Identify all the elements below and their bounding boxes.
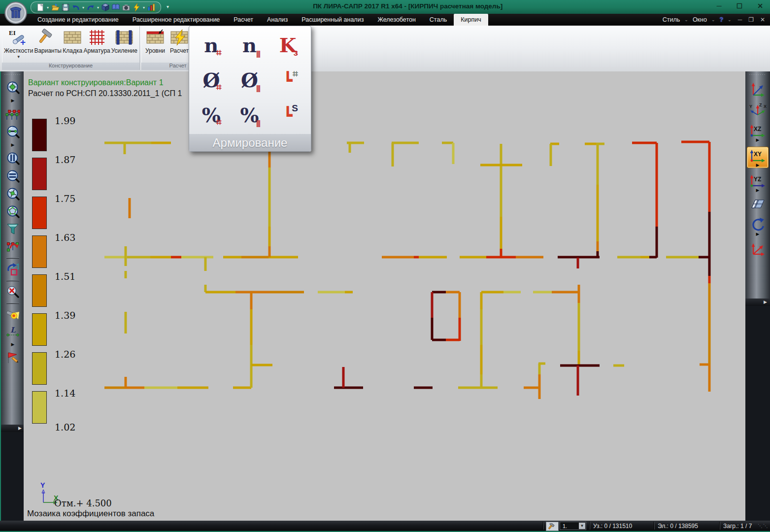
tab-кирпич[interactable]: Кирпич (454, 14, 488, 26)
zoom-cancel-icon[interactable] (6, 285, 20, 299)
flag-edit-icon[interactable] (6, 351, 20, 365)
mdi-close-button[interactable]: ✕ (760, 16, 765, 23)
dropdown-caret-icon[interactable]: ▾ (47, 5, 49, 10)
perspective-view-button[interactable] (747, 197, 768, 212)
resize-grip[interactable]: ⋱⋱ (758, 523, 769, 529)
pack-model-icon[interactable] (101, 3, 110, 12)
model-canvas[interactable]: Вариант конструирования:Вариант 1 Расчет… (24, 71, 745, 521)
rebar-spacing-transverse-button[interactable]: ┗⌗ (268, 63, 307, 98)
chart-3d-icon[interactable] (147, 3, 156, 12)
qat-overflow-icon[interactable]: ▾ (167, 4, 169, 9)
new-document-icon[interactable] (36, 3, 45, 12)
dropdown-caret-icon[interactable]: ▾ (97, 5, 99, 10)
rebar-spacing-s-button[interactable]: ┗S (268, 98, 307, 133)
dropdown-caret-icon[interactable]: ▼ (579, 523, 585, 529)
flyout-arrow-icon[interactable]: ▶ (11, 342, 15, 347)
flashlight-icon[interactable] (6, 308, 20, 321)
rebar-percent-transverse-button[interactable]: %⌗ (192, 98, 231, 133)
view-yz-button[interactable]: YZ▶ (747, 172, 768, 193)
варианты-button[interactable]: Варианты (34, 28, 61, 54)
rotate-view-button[interactable]: ▶ (747, 216, 768, 236)
flyout-arrow-icon[interactable]: ▶ (756, 163, 760, 167)
арматура-button[interactable]: Арматура (84, 28, 110, 54)
dropdown-caret-icon[interactable]: ▾ (82, 5, 84, 10)
design-variant-tool-icon[interactable] (546, 522, 559, 531)
open-file-icon[interactable] (51, 3, 60, 12)
maximize-button[interactable]: ☐ (737, 2, 743, 10)
app-logo-icon[interactable] (4, 1, 28, 25)
undo-transform-icon[interactable] (6, 263, 20, 276)
xyz-axes-button[interactable]: ZYX (747, 102, 768, 118)
dropdown-caret-icon[interactable]: ⌄ (711, 17, 715, 22)
tab-анализ[interactable]: Анализ (260, 14, 295, 26)
redo-icon[interactable] (86, 3, 95, 12)
tab-создание-и-редактирование[interactable]: Создание и редактирование (31, 14, 126, 26)
dropdown-caret-icon[interactable]: ▾ (143, 5, 145, 10)
кладка-button[interactable]: Кладка (63, 28, 83, 54)
flyout-arrow-icon[interactable]: ▶ (11, 143, 15, 147)
select-nodes-lens-icon[interactable] (6, 81, 20, 94)
rebar-diameter-transverse-button[interactable]: Ø⌗ (192, 63, 231, 98)
collapse-toolbar-button[interactable]: ▶ (745, 299, 770, 306)
dropdown-caret-icon[interactable]: ▼ (17, 55, 21, 59)
rebar-count-longitudinal-button[interactable]: n||| (231, 28, 269, 63)
dimension-line-icon[interactable]: L (6, 326, 20, 338)
select-elements-lens-icon[interactable] (6, 125, 20, 138)
red-axes-button[interactable] (747, 241, 768, 257)
mosaic-plan-view (24, 71, 745, 521)
undo-icon[interactable] (71, 3, 80, 12)
расчет-button[interactable]: Расчет (168, 28, 191, 54)
rebar-diameter-longitudinal-button[interactable]: Ø||| (231, 63, 269, 98)
toolbar-drag-handle[interactable]: ········ (4, 73, 22, 76)
toolbar-drag-handle[interactable]: ········ (749, 73, 767, 76)
red-axes-icon (750, 241, 766, 257)
divider (6, 303, 19, 303)
rebar-percent-longitudinal-button[interactable]: %||| (231, 98, 269, 133)
menu-стиль[interactable]: Стиль (663, 16, 680, 23)
safety-factor-kz-button[interactable]: Kз (268, 28, 307, 63)
filter-funnel-icon[interactable] (6, 223, 19, 235)
close-button[interactable]: ✕ (757, 2, 763, 10)
dropdown-caret-icon[interactable]: ⌄ (684, 17, 688, 22)
quick-action-icon[interactable] (132, 3, 141, 12)
mesh-nodes-icon[interactable] (5, 107, 20, 121)
уровни-button[interactable]: Уровни (143, 28, 167, 54)
sub-glyph: S (292, 103, 298, 113)
variant-selector-dropdown[interactable]: 1.▼ (560, 522, 586, 530)
select-vertical-elements-lens-icon[interactable] (6, 152, 20, 165)
menu-help[interactable]: ? (719, 16, 723, 23)
mdi-restore-button[interactable]: ❐ (748, 16, 754, 23)
poly-filter-icon[interactable] (6, 240, 20, 253)
жесткости-button[interactable]: EI+Жесткости▼ (4, 28, 33, 59)
tab-железобетон[interactable]: Железобетон (370, 14, 422, 26)
flyout-panel-title: Армирование (189, 134, 311, 151)
polygon-select-lens-icon[interactable] (6, 205, 20, 218)
rebar-count-transverse-button[interactable]: n⌗ (192, 28, 231, 63)
snapshot-icon[interactable] (122, 3, 131, 12)
усиление-button[interactable]: Усиление (111, 28, 137, 54)
flyout-arrow-icon[interactable]: ▶ (756, 232, 760, 236)
dropdown-caret-icon[interactable]: ⌄ (728, 17, 732, 22)
isometric-view-button[interactable] (747, 81, 768, 98)
view-xy-button[interactable]: XY▶ (747, 147, 769, 168)
legend-swatch (32, 158, 47, 190)
flyout-arrow-icon[interactable]: ▶ (11, 99, 15, 103)
tab-сталь[interactable]: Сталь (423, 14, 454, 26)
book-icon[interactable] (111, 3, 120, 12)
minimize-button[interactable]: ─ (717, 2, 722, 10)
select-horizontal-elements-lens-icon[interactable] (6, 169, 20, 183)
tab-расширенное-редактирование[interactable]: Расширенное редактирование (126, 14, 227, 26)
menu-окно[interactable]: Окно (693, 16, 707, 23)
loadcases-counter: Загр.: 1 / 7 (723, 523, 752, 530)
flyout-arrow-icon[interactable]: ▶ (756, 188, 760, 193)
legend-value: 1.39 (55, 310, 75, 321)
tab-расчет[interactable]: Расчет (227, 14, 260, 26)
mdi-minimize-button[interactable]: ─ (738, 16, 742, 23)
view-xz-button[interactable]: XZ▶ (747, 122, 768, 142)
svg-text:EI: EI (9, 29, 16, 36)
save-icon[interactable] (61, 3, 70, 12)
collapse-toolbar-button[interactable]: ▶ (1, 425, 25, 432)
select-rotated-elements-lens-icon[interactable] (6, 187, 20, 200)
tab-расширенный-анализ[interactable]: Расширенный анализ (295, 14, 370, 26)
flyout-arrow-icon[interactable]: ▶ (756, 138, 760, 142)
